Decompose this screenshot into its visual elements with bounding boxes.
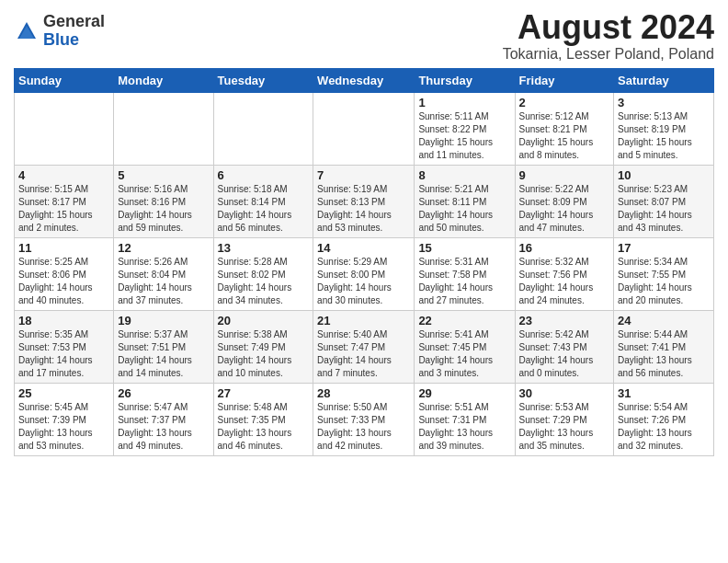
calendar-cell-week1-day6: 3Sunrise: 5:13 AM Sunset: 8:19 PM Daylig… bbox=[614, 92, 714, 165]
calendar-cell-week4-day6: 24Sunrise: 5:44 AM Sunset: 7:41 PM Dayli… bbox=[614, 310, 714, 383]
calendar-cell-week5-day3: 28Sunrise: 5:50 AM Sunset: 7:33 PM Dayli… bbox=[313, 383, 415, 455]
day-info: Sunrise: 5:32 AM Sunset: 7:56 PM Dayligh… bbox=[519, 256, 610, 307]
day-number: 8 bbox=[418, 168, 510, 182]
calendar-cell-week1-day1 bbox=[114, 92, 213, 165]
day-info: Sunrise: 5:26 AM Sunset: 8:04 PM Dayligh… bbox=[118, 256, 209, 307]
day-number: 25 bbox=[18, 386, 109, 400]
calendar-cell-week4-day5: 23Sunrise: 5:42 AM Sunset: 7:43 PM Dayli… bbox=[515, 310, 614, 383]
calendar-week-5: 25Sunrise: 5:45 AM Sunset: 7:39 PM Dayli… bbox=[15, 383, 714, 455]
calendar-cell-week2-day1: 5Sunrise: 5:16 AM Sunset: 8:16 PM Daylig… bbox=[114, 165, 213, 237]
day-info: Sunrise: 5:28 AM Sunset: 8:02 PM Dayligh… bbox=[218, 256, 310, 307]
day-info: Sunrise: 5:15 AM Sunset: 8:17 PM Dayligh… bbox=[18, 183, 109, 235]
calendar-cell-week5-day0: 25Sunrise: 5:45 AM Sunset: 7:39 PM Dayli… bbox=[15, 383, 114, 455]
subtitle: Tokarnia, Lesser Poland, Poland bbox=[503, 46, 714, 63]
day-info: Sunrise: 5:29 AM Sunset: 8:00 PM Dayligh… bbox=[317, 256, 410, 307]
weekday-header-monday: Monday bbox=[114, 68, 213, 92]
weekday-header-wednesday: Wednesday bbox=[313, 68, 415, 92]
day-number: 20 bbox=[218, 314, 310, 327]
day-number: 19 bbox=[118, 314, 209, 327]
day-info: Sunrise: 5:48 AM Sunset: 7:35 PM Dayligh… bbox=[218, 401, 310, 453]
weekday-header-saturday: Saturday bbox=[614, 68, 714, 92]
header: General Blue August 2024 Tokarnia, Lesse… bbox=[14, 9, 714, 63]
calendar-cell-week3-day0: 11Sunrise: 5:25 AM Sunset: 8:06 PM Dayli… bbox=[15, 237, 114, 310]
calendar-cell-week3-day3: 14Sunrise: 5:29 AM Sunset: 8:00 PM Dayli… bbox=[313, 237, 415, 310]
day-info: Sunrise: 5:11 AM Sunset: 8:22 PM Dayligh… bbox=[418, 110, 510, 162]
logo-text: General Blue bbox=[43, 13, 105, 50]
calendar-cell-week1-day2 bbox=[213, 92, 313, 165]
main-title: August 2024 bbox=[503, 9, 714, 46]
calendar-cell-week1-day3 bbox=[313, 92, 415, 165]
weekday-header-row: SundayMondayTuesdayWednesdayThursdayFrid… bbox=[15, 68, 714, 92]
day-info: Sunrise: 5:34 AM Sunset: 7:55 PM Dayligh… bbox=[618, 256, 710, 307]
day-number: 11 bbox=[18, 241, 109, 255]
calendar-cell-week1-day0 bbox=[15, 92, 114, 165]
day-number: 2 bbox=[519, 96, 610, 109]
calendar-cell-week4-day3: 21Sunrise: 5:40 AM Sunset: 7:47 PM Dayli… bbox=[313, 310, 415, 383]
logo: General Blue bbox=[14, 13, 105, 50]
calendar-cell-week5-day4: 29Sunrise: 5:51 AM Sunset: 7:31 PM Dayli… bbox=[415, 383, 515, 455]
logo-general: General bbox=[43, 13, 105, 31]
calendar-cell-week4-day1: 19Sunrise: 5:37 AM Sunset: 7:51 PM Dayli… bbox=[114, 310, 213, 383]
calendar-cell-week2-day5: 9Sunrise: 5:22 AM Sunset: 8:09 PM Daylig… bbox=[515, 165, 614, 237]
calendar-week-4: 18Sunrise: 5:35 AM Sunset: 7:53 PM Dayli… bbox=[15, 310, 714, 383]
day-info: Sunrise: 5:13 AM Sunset: 8:19 PM Dayligh… bbox=[618, 110, 710, 162]
day-number: 6 bbox=[218, 168, 310, 182]
calendar-cell-week3-day2: 13Sunrise: 5:28 AM Sunset: 8:02 PM Dayli… bbox=[213, 237, 313, 310]
calendar-cell-week5-day6: 31Sunrise: 5:54 AM Sunset: 7:26 PM Dayli… bbox=[614, 383, 714, 455]
day-number: 17 bbox=[618, 241, 710, 255]
calendar-cell-week2-day4: 8Sunrise: 5:21 AM Sunset: 8:11 PM Daylig… bbox=[415, 165, 515, 237]
day-number: 7 bbox=[317, 168, 410, 182]
calendar-week-3: 11Sunrise: 5:25 AM Sunset: 8:06 PM Dayli… bbox=[15, 237, 714, 310]
day-info: Sunrise: 5:25 AM Sunset: 8:06 PM Dayligh… bbox=[18, 256, 109, 307]
day-number: 30 bbox=[519, 386, 610, 400]
weekday-header-tuesday: Tuesday bbox=[213, 68, 313, 92]
calendar-cell-week2-day6: 10Sunrise: 5:23 AM Sunset: 8:07 PM Dayli… bbox=[614, 165, 714, 237]
day-info: Sunrise: 5:50 AM Sunset: 7:33 PM Dayligh… bbox=[317, 401, 410, 453]
day-info: Sunrise: 5:19 AM Sunset: 8:13 PM Dayligh… bbox=[317, 183, 410, 235]
day-number: 13 bbox=[218, 241, 310, 255]
day-number: 1 bbox=[418, 96, 510, 109]
day-info: Sunrise: 5:41 AM Sunset: 7:45 PM Dayligh… bbox=[418, 328, 510, 380]
logo-blue: Blue bbox=[43, 31, 105, 50]
day-info: Sunrise: 5:16 AM Sunset: 8:16 PM Dayligh… bbox=[118, 183, 209, 235]
day-info: Sunrise: 5:38 AM Sunset: 7:49 PM Dayligh… bbox=[218, 328, 310, 380]
calendar-cell-week2-day0: 4Sunrise: 5:15 AM Sunset: 8:17 PM Daylig… bbox=[15, 165, 114, 237]
calendar-cell-week2-day2: 6Sunrise: 5:18 AM Sunset: 8:14 PM Daylig… bbox=[213, 165, 313, 237]
day-number: 9 bbox=[519, 168, 610, 182]
day-info: Sunrise: 5:40 AM Sunset: 7:47 PM Dayligh… bbox=[317, 328, 410, 380]
day-number: 4 bbox=[18, 168, 109, 182]
day-info: Sunrise: 5:37 AM Sunset: 7:51 PM Dayligh… bbox=[118, 328, 209, 380]
calendar-cell-week1-day4: 1Sunrise: 5:11 AM Sunset: 8:22 PM Daylig… bbox=[415, 92, 515, 165]
calendar-cell-week2-day3: 7Sunrise: 5:19 AM Sunset: 8:13 PM Daylig… bbox=[313, 165, 415, 237]
day-info: Sunrise: 5:12 AM Sunset: 8:21 PM Dayligh… bbox=[519, 110, 610, 162]
day-info: Sunrise: 5:54 AM Sunset: 7:26 PM Dayligh… bbox=[618, 401, 710, 453]
day-info: Sunrise: 5:44 AM Sunset: 7:41 PM Dayligh… bbox=[618, 328, 710, 380]
day-info: Sunrise: 5:18 AM Sunset: 8:14 PM Dayligh… bbox=[218, 183, 310, 235]
calendar-week-2: 4Sunrise: 5:15 AM Sunset: 8:17 PM Daylig… bbox=[15, 165, 714, 237]
day-number: 23 bbox=[519, 314, 610, 327]
day-info: Sunrise: 5:21 AM Sunset: 8:11 PM Dayligh… bbox=[418, 183, 510, 235]
calendar-cell-week3-day1: 12Sunrise: 5:26 AM Sunset: 8:04 PM Dayli… bbox=[114, 237, 213, 310]
day-info: Sunrise: 5:53 AM Sunset: 7:29 PM Dayligh… bbox=[519, 401, 610, 453]
calendar-cell-week3-day5: 16Sunrise: 5:32 AM Sunset: 7:56 PM Dayli… bbox=[515, 237, 614, 310]
day-number: 5 bbox=[118, 168, 209, 182]
day-info: Sunrise: 5:23 AM Sunset: 8:07 PM Dayligh… bbox=[618, 183, 710, 235]
calendar-cell-week5-day5: 30Sunrise: 5:53 AM Sunset: 7:29 PM Dayli… bbox=[515, 383, 614, 455]
weekday-header-sunday: Sunday bbox=[15, 68, 114, 92]
day-number: 24 bbox=[618, 314, 710, 327]
day-info: Sunrise: 5:51 AM Sunset: 7:31 PM Dayligh… bbox=[418, 401, 510, 453]
day-info: Sunrise: 5:35 AM Sunset: 7:53 PM Dayligh… bbox=[18, 328, 109, 380]
day-number: 3 bbox=[618, 96, 710, 109]
calendar-cell-week4-day2: 20Sunrise: 5:38 AM Sunset: 7:49 PM Dayli… bbox=[213, 310, 313, 383]
day-info: Sunrise: 5:31 AM Sunset: 7:58 PM Dayligh… bbox=[418, 256, 510, 307]
day-info: Sunrise: 5:45 AM Sunset: 7:39 PM Dayligh… bbox=[18, 401, 109, 453]
calendar-cell-week3-day4: 15Sunrise: 5:31 AM Sunset: 7:58 PM Dayli… bbox=[415, 237, 515, 310]
day-number: 16 bbox=[519, 241, 610, 255]
calendar-cell-week4-day0: 18Sunrise: 5:35 AM Sunset: 7:53 PM Dayli… bbox=[15, 310, 114, 383]
calendar-cell-week3-day6: 17Sunrise: 5:34 AM Sunset: 7:55 PM Dayli… bbox=[614, 237, 714, 310]
calendar-cell-week5-day2: 27Sunrise: 5:48 AM Sunset: 7:35 PM Dayli… bbox=[213, 383, 313, 455]
day-info: Sunrise: 5:42 AM Sunset: 7:43 PM Dayligh… bbox=[519, 328, 610, 380]
day-number: 14 bbox=[317, 241, 410, 255]
day-number: 15 bbox=[418, 241, 510, 255]
weekday-header-friday: Friday bbox=[515, 68, 614, 92]
